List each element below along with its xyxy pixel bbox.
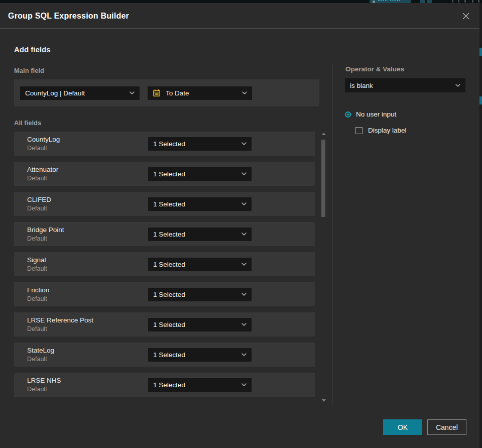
field-selection-dropdown[interactable]: 1 Selected bbox=[148, 228, 252, 241]
add-fields-heading: Add fields bbox=[14, 45, 51, 54]
field-subtitle: Default bbox=[27, 386, 148, 393]
dropdown-value: 1 Selected bbox=[153, 351, 237, 359]
field-type-dropdown[interactable]: To Date bbox=[148, 86, 252, 100]
display-label-checkbox[interactable]: Display label bbox=[355, 127, 407, 134]
edge-accent-fragment bbox=[479, 96, 482, 104]
field-subtitle: Default bbox=[27, 265, 148, 272]
field-name: LRSE NHS bbox=[27, 377, 148, 384]
scrollbar-thumb[interactable] bbox=[321, 140, 325, 217]
radio-label: No user input bbox=[356, 110, 396, 118]
field-info: CountyLog Default bbox=[27, 136, 148, 152]
chevron-down-icon bbox=[242, 263, 247, 266]
field-selection-dropdown[interactable]: 1 Selected bbox=[148, 197, 252, 211]
field-row: Friction Default 1 Selected bbox=[14, 282, 315, 306]
chevron-down-icon bbox=[242, 353, 247, 356]
field-info: CLIFED Default bbox=[27, 196, 148, 212]
chevron-down-icon bbox=[242, 293, 247, 296]
main-field-label: Main field bbox=[14, 67, 44, 74]
field-name: Attenuator bbox=[27, 166, 148, 173]
field-info: LRSE Reference Post Default bbox=[27, 316, 148, 332]
field-row: LRSE NHS Default 1 Selected bbox=[14, 373, 315, 397]
cancel-button[interactable]: Cancel bbox=[427, 419, 466, 435]
dropdown-value: CountyLog | Default bbox=[25, 89, 126, 97]
chevron-down-icon bbox=[242, 142, 247, 145]
field-info: Bridge Point Default bbox=[27, 226, 148, 242]
chevron-down-icon bbox=[242, 91, 247, 94]
toolbar-icon-fragment bbox=[464, 0, 466, 3]
close-icon[interactable] bbox=[459, 10, 472, 23]
operator-values-label: Operator & Values bbox=[345, 65, 404, 73]
field-name: Friction bbox=[27, 286, 148, 294]
all-fields-label: All fields bbox=[14, 119, 41, 127]
field-name: StateLog bbox=[27, 347, 148, 354]
checkbox-unchecked-icon bbox=[355, 127, 363, 134]
field-row: StateLog Default 1 Selected bbox=[14, 343, 315, 367]
screen: Live view Group SQL Expression Builder A… bbox=[0, 0, 482, 448]
dropdown-value: 1 Selected bbox=[153, 381, 237, 389]
chevron-down-icon bbox=[455, 84, 460, 87]
field-selection-dropdown[interactable]: 1 Selected bbox=[148, 258, 252, 271]
field-row: Bridge Point Default 1 Selected bbox=[14, 222, 315, 246]
chevron-down-icon bbox=[130, 91, 135, 94]
group-sql-expression-builder-dialog: Group SQL Expression Builder Add fields … bbox=[0, 3, 479, 448]
field-selection-dropdown[interactable]: 1 Selected bbox=[148, 137, 252, 151]
field-subtitle: Default bbox=[27, 145, 148, 152]
field-name: Bridge Point bbox=[27, 226, 148, 234]
calendar-icon bbox=[153, 89, 161, 97]
field-subtitle: Default bbox=[27, 235, 148, 242]
dropdown-value: 1 Selected bbox=[153, 231, 237, 238]
checkbox-label: Display label bbox=[368, 127, 407, 134]
chevron-down-icon bbox=[242, 202, 247, 205]
dropdown-value: To Date bbox=[166, 89, 234, 97]
operator-dropdown[interactable]: is blank bbox=[345, 78, 465, 92]
chevron-down-icon bbox=[242, 323, 247, 326]
field-selection-dropdown[interactable]: 1 Selected bbox=[148, 348, 252, 362]
edge-accent-fragment bbox=[479, 48, 482, 56]
field-row: Signal Default 1 Selected bbox=[14, 252, 315, 276]
field-info: Signal Default bbox=[27, 256, 148, 272]
all-fields-list: CountyLog Default 1 Selected Attenuator … bbox=[14, 132, 315, 403]
field-selection-dropdown[interactable]: 1 Selected bbox=[148, 318, 252, 331]
dropdown-value: 1 Selected bbox=[153, 140, 237, 148]
dropdown-value: 1 Selected bbox=[153, 321, 237, 328]
toolbar-icon-fragment bbox=[478, 0, 479, 3]
field-name: Signal bbox=[27, 256, 148, 264]
field-name: CountyLog bbox=[27, 136, 148, 143]
field-info: Attenuator Default bbox=[27, 166, 148, 182]
field-selection-dropdown[interactable]: 1 Selected bbox=[148, 288, 252, 301]
toolbar-icon-fragment bbox=[458, 0, 459, 3]
dropdown-value: 1 Selected bbox=[153, 170, 237, 178]
field-row: CountyLog Default 1 Selected bbox=[14, 132, 315, 156]
toolbar-icon-fragment bbox=[452, 0, 453, 3]
chevron-down-icon bbox=[242, 172, 247, 175]
dialog-title: Group SQL Expression Builder bbox=[8, 12, 129, 21]
field-row: LRSE Reference Post Default 1 Selected bbox=[14, 312, 315, 337]
dialog-footer: OK Cancel bbox=[383, 419, 466, 435]
live-view-label: Live view bbox=[378, 0, 400, 2]
field-subtitle: Default bbox=[27, 325, 148, 332]
field-name: CLIFED bbox=[27, 196, 148, 203]
dropdown-value: 1 Selected bbox=[153, 200, 237, 208]
scroll-down-arrow-icon[interactable] bbox=[322, 399, 326, 402]
field-info: Friction Default bbox=[27, 286, 148, 302]
dialog-title-bar: Group SQL Expression Builder bbox=[0, 3, 479, 29]
dropdown-value: is blank bbox=[350, 82, 451, 89]
radio-selected-icon bbox=[345, 111, 351, 118]
fields-list-scrollbar[interactable] bbox=[321, 132, 326, 403]
chevron-down-icon bbox=[242, 233, 247, 236]
field-selection-dropdown[interactable]: 1 Selected bbox=[148, 378, 252, 392]
field-row: CLIFED Default 1 Selected bbox=[14, 192, 315, 216]
field-name: LRSE Reference Post bbox=[27, 316, 148, 324]
main-field-dropdown[interactable]: CountyLog | Default bbox=[20, 86, 140, 100]
main-field-bar: CountyLog | Default To Date bbox=[14, 79, 319, 106]
field-selection-dropdown[interactable]: 1 Selected bbox=[148, 167, 252, 181]
no-user-input-radio[interactable]: No user input bbox=[345, 110, 396, 118]
scroll-up-arrow-icon[interactable] bbox=[322, 133, 326, 135]
field-row: Attenuator Default 1 Selected bbox=[14, 162, 315, 186]
field-subtitle: Default bbox=[27, 205, 148, 212]
dropdown-value: 1 Selected bbox=[153, 291, 237, 298]
chevron-down-icon bbox=[242, 383, 247, 386]
ok-button[interactable]: OK bbox=[383, 419, 422, 435]
field-info: StateLog Default bbox=[27, 347, 148, 363]
toolbar-icon-fragment bbox=[472, 0, 473, 3]
